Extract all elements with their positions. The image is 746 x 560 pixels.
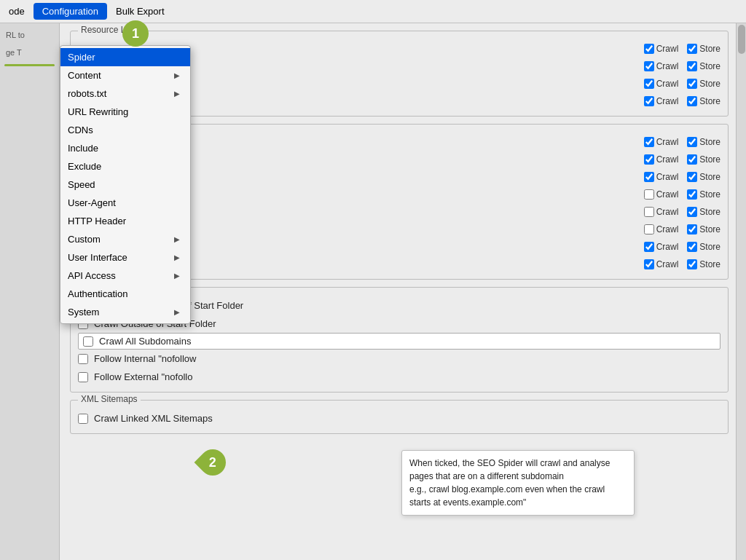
external-links-store-check[interactable]: [687, 154, 697, 165]
row-iframes-controls: Crawl Store: [644, 259, 721, 269]
behaviour-row-follow-external-nofollow: Follow External "nofollo: [78, 368, 721, 386]
left-panel: RL to ge T: [0, 23, 60, 560]
images-store-check[interactable]: [687, 44, 697, 54]
pagination-crawl-check[interactable]: [644, 189, 654, 200]
dropdown-item-http-header[interactable]: HTTP Header: [60, 212, 190, 230]
dropdown-item-spider[interactable]: Spider: [60, 48, 190, 66]
swf-store-check[interactable]: [687, 96, 697, 106]
internal-hyperlinks-store-check[interactable]: [687, 137, 697, 147]
canonicals-store-check[interactable]: [687, 172, 697, 182]
dropdown-item-speed[interactable]: Speed: [60, 176, 190, 194]
behaviour-row-crawl-subdomains: Crawl All Subdomains: [78, 333, 721, 350]
row-swf-controls: Crawl Store: [644, 96, 721, 106]
canonicals-crawl-check[interactable]: [644, 172, 654, 182]
images-crawl-check[interactable]: [644, 44, 654, 54]
iframes-store-check[interactable]: [687, 259, 697, 269]
row-meta-refresh-controls: Crawl Store: [644, 242, 721, 252]
swf-store-label[interactable]: Store: [687, 96, 721, 106]
crawl-all-subdomains-label: Crawl All Subdomains: [99, 336, 191, 347]
follow-internal-nofollow-label: Follow Internal "nofollow: [94, 353, 196, 364]
js-crawl-label[interactable]: Crawl: [644, 79, 679, 89]
css-store-label[interactable]: Store: [687, 61, 721, 71]
js-store-check[interactable]: [687, 79, 697, 89]
row-images-controls: Crawl Store: [644, 44, 721, 54]
callout-1: 1: [122, 20, 149, 47]
swf-crawl-label[interactable]: Crawl: [644, 96, 679, 106]
dropdown-item-authentication[interactable]: Authentication: [60, 285, 190, 303]
meta-refresh-crawl-check[interactable]: [644, 242, 654, 252]
row-external-links-controls: Crawl Store: [644, 154, 721, 165]
xml-sitemaps-title: XML Sitemaps: [78, 394, 141, 404]
internal-hyperlinks-crawl-check[interactable]: [644, 137, 654, 147]
external-links-crawl-check[interactable]: [644, 154, 654, 165]
amp-store-check[interactable]: [687, 224, 697, 234]
meta-refresh-store-check[interactable]: [687, 242, 697, 252]
iframes-crawl-check[interactable]: [644, 259, 654, 269]
scroll-thumb[interactable]: [738, 25, 745, 54]
dropdown-item-url-rewriting[interactable]: URL Rewriting: [60, 103, 190, 121]
swf-crawl-check[interactable]: [644, 96, 654, 106]
dropdown-item-user-agent[interactable]: User-Agent: [60, 194, 190, 212]
hreflang-crawl-check[interactable]: [644, 207, 654, 217]
row-internal-hyperlinks-controls: Crawl Store: [644, 137, 721, 147]
behaviour-row-follow-internal-nofollow: Follow Internal "nofollow: [78, 350, 721, 368]
xml-sitemaps-section: XML Sitemaps Crawl Linked XML Sitemaps: [70, 400, 729, 434]
crawl-all-subdomains-check[interactable]: [83, 336, 93, 347]
follow-external-nofollow-check[interactable]: [78, 372, 88, 382]
row-canonicals-controls: Crawl Store: [644, 172, 721, 182]
dropdown-item-api-access[interactable]: API Access ▶: [60, 267, 190, 285]
css-store-check[interactable]: [687, 61, 697, 71]
crawl-linked-xml-check[interactable]: [78, 414, 88, 424]
menu-bar: ode Configuration Bulk Export: [0, 0, 746, 23]
crawl-linked-xml-label: Crawl Linked XML Sitemaps: [94, 413, 213, 424]
dropdown-item-cdns[interactable]: CDNs: [60, 121, 190, 139]
xml-sitemaps-content: Crawl Linked XML Sitemaps: [71, 401, 728, 433]
progress-bar: [4, 64, 55, 66]
dropdown-item-custom[interactable]: Custom ▶: [60, 230, 190, 248]
hreflang-store-check[interactable]: [687, 207, 697, 217]
menu-bulk-export[interactable]: Bulk Export: [107, 3, 173, 20]
app-window: ode Configuration Bulk Export 1 2 RL to …: [0, 0, 746, 560]
js-store-label[interactable]: Store: [687, 79, 721, 89]
dropdown-item-exclude[interactable]: Exclude: [60, 157, 190, 176]
behaviour-row-crawl-linked-xml: Crawl Linked XML Sitemaps: [78, 409, 721, 427]
css-crawl-label[interactable]: Crawl: [644, 61, 679, 71]
row-hreflang-controls: Crawl Store: [644, 207, 721, 217]
css-crawl-check[interactable]: [644, 61, 654, 71]
row-amp-controls: Crawl Store: [644, 224, 721, 234]
scroll-bar[interactable]: [736, 23, 746, 560]
follow-external-nofollow-label: Follow External "nofollo: [94, 371, 192, 382]
left-panel-item-2: ge T: [0, 44, 59, 61]
row-css-controls: Crawl Store: [644, 61, 721, 71]
row-javascript-controls: Crawl Store: [644, 79, 721, 89]
images-store-label[interactable]: Store: [687, 44, 721, 54]
dropdown-item-robots-txt[interactable]: robots.txt ▶: [60, 84, 190, 103]
dropdown-item-content[interactable]: Content ▶: [60, 66, 190, 84]
tooltip-box: When ticked, the SEO Spider will crawl a…: [401, 450, 635, 516]
row-pagination-controls: Crawl Store: [644, 189, 721, 200]
amp-crawl-check[interactable]: [644, 224, 654, 234]
js-crawl-check[interactable]: [644, 79, 654, 89]
left-panel-item-1: RL to: [0, 26, 59, 44]
dropdown-item-user-interface[interactable]: User Interface ▶: [60, 248, 190, 267]
dropdown-item-system[interactable]: System ▶: [60, 303, 190, 321]
dropdown-item-include[interactable]: Include: [60, 139, 190, 157]
pagination-store-check[interactable]: [687, 189, 697, 200]
dropdown-menu: Spider Content ▶ robots.txt ▶ URL Rewrit…: [60, 45, 191, 324]
tooltip-text: When ticked, the SEO Spider will crawl a…: [409, 458, 610, 508]
follow-internal-nofollow-check[interactable]: [78, 354, 88, 364]
images-crawl-label[interactable]: Crawl: [644, 44, 679, 54]
menu-configuration[interactable]: Configuration: [34, 3, 107, 20]
menu-mode[interactable]: ode: [0, 3, 34, 20]
